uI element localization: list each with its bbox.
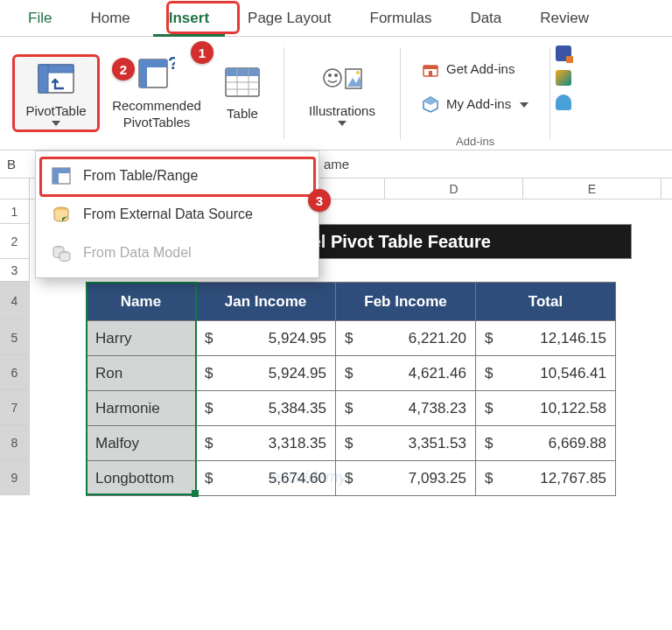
dropdown-from-data-model: From Data Model — [36, 234, 318, 272]
table-button[interactable]: Table — [214, 60, 271, 127]
chevron-down-icon — [52, 121, 60, 126]
row-header[interactable]: 1 — [0, 200, 30, 224]
visio-icon[interactable] — [556, 46, 571, 61]
row-header[interactable]: 3 — [0, 259, 30, 282]
addins-group-label: Add-ins — [401, 135, 550, 148]
chevron-down-icon — [520, 102, 528, 108]
cell-value[interactable]: $12,146.15 — [476, 321, 616, 356]
from-table-icon — [52, 167, 71, 185]
svg-point-18 — [356, 71, 360, 74]
row-header[interactable]: 2 — [0, 224, 30, 259]
store-icon — [422, 60, 439, 78]
dropdown-from-external[interactable]: From External Data Source — [36, 195, 318, 234]
row-header[interactable]: 5 — [0, 320, 30, 355]
pivot-table-button[interactable]: PivotTable — [12, 54, 100, 133]
row-headers: 1 2 3 4 5 6 7 8 9 — [0, 200, 30, 495]
tab-home[interactable]: Home — [71, 1, 149, 36]
pivottable-dropdown: From Table/Range From External Data Sour… — [35, 150, 319, 278]
col-header-D[interactable]: D — [385, 178, 523, 199]
ribbon-tabs: File Home Insert Page Layout Formulas Da… — [0, 0, 672, 37]
th-feb: Feb Income — [336, 283, 476, 321]
table-row[interactable]: Ron$5,924.95$4,621.46$10,546.41 — [87, 356, 616, 391]
cell-name[interactable]: Longbottom — [87, 461, 196, 496]
cell-value[interactable]: $10,546.41 — [476, 356, 616, 391]
ribbon-right-icons — [550, 37, 580, 150]
watermark: exceldemy — [271, 468, 346, 486]
dropdown-from-table-label: From Table/Range — [83, 168, 198, 184]
tab-insert[interactable]: Insert — [150, 1, 228, 36]
cell-value[interactable]: $5,384.35 — [196, 391, 336, 426]
annotation-callout-3: 3 — [308, 189, 331, 212]
table-label: Table — [227, 106, 258, 122]
recommended-pivottables-label1: Recommended — [112, 98, 201, 115]
from-external-icon — [52, 206, 71, 223]
ribbon: PivotTable ? Recommended PivotTables — [0, 37, 672, 150]
tab-page-layout[interactable]: Page Layout — [228, 1, 350, 36]
table-row[interactable]: Harmonie$5,384.35$4,738.23$10,122.58 — [87, 391, 616, 426]
cell-value[interactable]: $12,767.85 — [476, 461, 616, 496]
data-table: Name Jan Income Feb Income Total Harry$5… — [86, 282, 616, 496]
recommended-pivottables-icon: ? — [138, 57, 175, 94]
cell-value[interactable]: $7,093.25 — [336, 461, 476, 496]
tab-data[interactable]: Data — [451, 1, 521, 36]
svg-rect-20 — [424, 66, 438, 69]
cell-value[interactable]: $5,924.95 — [196, 356, 336, 391]
my-addins-button[interactable]: My Add-ins — [413, 90, 537, 118]
row-header[interactable]: 6 — [0, 355, 30, 390]
cell-value[interactable]: $4,738.23 — [336, 391, 476, 426]
svg-rect-8 — [226, 68, 259, 76]
cell-value[interactable]: $3,351.53 — [336, 426, 476, 461]
pivot-table-icon — [38, 62, 74, 100]
tab-review[interactable]: Review — [521, 1, 608, 36]
cell-value[interactable]: $5,924.95 — [196, 321, 336, 356]
svg-text:?: ? — [168, 57, 175, 73]
formula-fragment: ame — [324, 157, 349, 172]
dropdown-from-model-label: From Data Model — [83, 245, 192, 261]
get-addins-label: Get Add-ins — [446, 61, 514, 76]
recommended-pivottables-label2: PivotTables — [123, 115, 191, 131]
chevron-down-icon — [338, 121, 346, 126]
bing-icon[interactable] — [556, 70, 571, 86]
svg-rect-2 — [38, 65, 48, 93]
th-total: Total — [476, 283, 616, 321]
th-jan: Jan Income — [196, 283, 336, 321]
illustrations-icon — [321, 62, 363, 100]
cell-value[interactable]: $3,318.35 — [196, 426, 336, 461]
svg-point-15 — [334, 74, 338, 77]
ribbon-group-tables: PivotTable ? Recommended PivotTables — [0, 37, 284, 150]
cell-name[interactable]: Harmonie — [87, 391, 196, 426]
ribbon-group-addins: Get Add-ins My Add-ins Add-ins — [401, 37, 550, 150]
cell-name[interactable]: Malfoy — [87, 426, 196, 461]
svg-rect-5 — [139, 60, 147, 88]
th-name: Name — [87, 283, 196, 321]
row-header[interactable]: 7 — [0, 390, 30, 425]
row-header[interactable]: 4 — [0, 282, 30, 320]
table-row[interactable]: Harry$5,924.95$6,221.20$12,146.15 — [87, 321, 616, 356]
cell-value[interactable]: $10,122.58 — [476, 391, 616, 426]
get-addins-button[interactable]: Get Add-ins — [413, 55, 537, 83]
row-header[interactable]: 9 — [0, 460, 30, 495]
from-model-icon — [52, 244, 71, 262]
col-header-E[interactable]: E — [523, 178, 662, 199]
tab-formulas[interactable]: Formulas — [351, 1, 452, 36]
tab-file[interactable]: File — [9, 1, 71, 36]
pivot-table-label: PivotTable — [25, 103, 86, 120]
cell-name[interactable]: Harry — [87, 321, 196, 356]
row-header[interactable]: 8 — [0, 425, 30, 460]
cell-name[interactable]: Ron — [87, 356, 196, 391]
dropdown-from-table-range[interactable]: From Table/Range — [36, 157, 318, 195]
table-row[interactable]: Longbottom$5,674.60$7,093.25$12,767.85 — [87, 461, 616, 496]
ribbon-group-illustrations: Illustrations — [284, 37, 400, 150]
annotation-callout-1: 1 — [191, 41, 214, 64]
cell-value[interactable]: $4,621.46 — [336, 356, 476, 391]
name-box-left: B — [7, 157, 26, 172]
illustrations-button[interactable]: Illustrations — [297, 56, 388, 131]
people-icon[interactable] — [556, 94, 571, 110]
svg-point-13 — [324, 69, 341, 87]
illustrations-label: Illustrations — [309, 103, 375, 120]
annotation-callout-2: 2 — [112, 58, 135, 80]
cell-value[interactable]: $6,221.20 — [336, 321, 476, 356]
table-row[interactable]: Malfoy$3,318.35$3,351.53$6,669.88 — [87, 426, 616, 461]
svg-rect-21 — [429, 71, 432, 76]
cell-value[interactable]: $6,669.88 — [476, 426, 616, 461]
